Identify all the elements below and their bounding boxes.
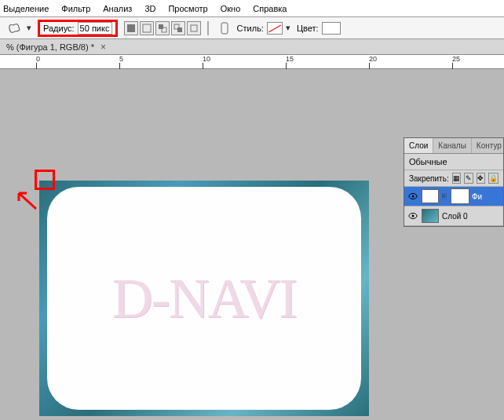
svg-rect-6 [191,25,197,31]
tab-channels[interactable]: Каналы [433,138,472,153]
rounded-rectangle-shape: D-NAVI [47,187,361,410]
layers-panel: Слои Каналы Контур Обычные Закрепить: ▦ … [404,137,504,227]
lock-label: Закрепить: [409,174,449,183]
tool-dropdown-icon[interactable]: ▾ [27,20,35,36]
tab-layers[interactable]: Слои [404,138,433,153]
style-group: Стиль: ▾ [237,20,294,36]
menu-select[interactable]: Выделение [3,4,49,13]
layer-row-background[interactable]: Слой 0 [404,206,503,226]
layer-thumb [422,209,439,223]
ruler-tick: 5 [119,55,123,63]
tab-paths[interactable]: Контур [472,138,504,153]
color-swatch[interactable] [322,22,341,35]
horizontal-ruler: 0 5 10 15 20 25 [0,55,504,69]
radius-input[interactable] [78,22,112,35]
menu-help[interactable]: Справка [253,4,287,13]
shape-mode-1[interactable] [124,21,138,35]
menu-view[interactable]: Просмотр [168,4,207,13]
shape-mode-buttons [124,21,201,35]
svg-rect-0 [127,24,135,32]
shape-mode-3[interactable] [155,21,170,35]
color-group: Цвет: [297,22,341,35]
menu-window[interactable]: Окно [221,4,241,13]
svg-point-11 [412,215,415,217]
style-label: Стиль: [237,24,264,33]
svg-rect-2 [159,24,163,29]
style-dropdown-icon[interactable]: ▾ [286,20,294,36]
options-bar: ▾ Радиус: Стиль: ▾ Цвет: [0,17,504,39]
ruler-tick: 0 [36,55,40,63]
visibility-icon[interactable] [407,192,418,201]
workspace: D-NAVI [0,69,504,420]
layer-thumb [422,189,439,203]
lock-all-icon[interactable]: 🔒 [488,173,499,184]
mask-thumb [451,189,469,203]
lock-transparency-icon[interactable]: ▦ [452,173,461,184]
lock-brush-icon[interactable]: ✎ [464,173,473,184]
ruler-tick: 20 [369,55,377,63]
canvas[interactable]: D-NAVI [39,181,369,416]
ruler-tick: 10 [203,55,210,63]
color-label: Цвет: [297,24,319,33]
menu-filter[interactable]: Фильтр [61,4,90,13]
svg-point-9 [412,195,415,198]
ruler-tick: 25 [452,55,460,63]
radius-field-highlighted: Радиус: [38,20,118,37]
link-icon: ⎘ [442,192,448,200]
blend-mode-value: Обычные [409,157,447,166]
lock-move-icon[interactable]: ✥ [477,173,485,184]
options-icon[interactable] [215,20,234,36]
radius-label: Радиус: [43,24,75,33]
blend-mode-select[interactable]: Обычные [404,154,503,170]
menu-3d[interactable]: 3D [144,4,155,13]
svg-rect-1 [143,24,151,32]
custom-shape-icon[interactable] [5,20,24,36]
watermark-text: D-NAVI [112,266,297,331]
separator [207,21,209,35]
shape-mode-4[interactable] [171,21,185,35]
annotation-arrow-icon [14,188,38,212]
layer-name: Слой 0 [442,212,468,221]
shape-mode-5[interactable] [187,21,201,35]
menu-analysis[interactable]: Анализ [103,4,132,13]
shape-mode-2[interactable] [140,21,154,35]
document-tab-bar: % (Фигура 1, RGB/8) * × [0,39,504,55]
svg-rect-7 [221,23,228,34]
close-icon[interactable]: × [100,42,106,53]
ruler-tick: 15 [286,55,294,63]
svg-rect-5 [177,27,182,32]
menu-bar: Выделение Фильтр Анализ 3D Просмотр Окно… [0,0,504,17]
panel-tabs: Слои Каналы Контур [404,138,503,154]
layer-name: Фи [472,192,482,201]
corner-highlight-box [35,170,55,190]
layer-row-shape[interactable]: ⎘ Фи [404,187,503,206]
visibility-icon[interactable] [407,211,418,221]
document-tab-title[interactable]: % (Фигура 1, RGB/8) * [6,42,94,52]
lock-row: Закрепить: ▦ ✎ ✥ 🔒 [404,170,503,187]
style-swatch[interactable] [267,22,283,35]
